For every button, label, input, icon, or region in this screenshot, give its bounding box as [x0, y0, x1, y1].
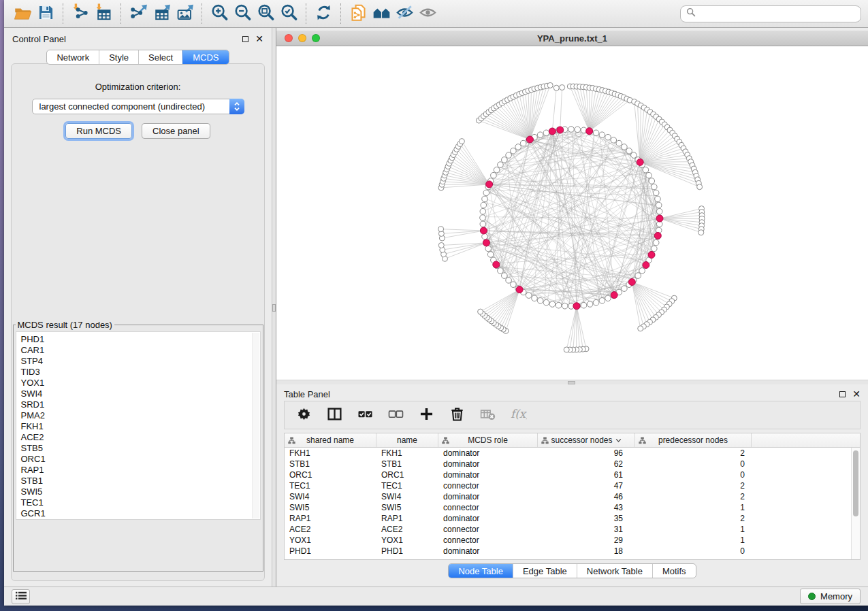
mcds-result-item[interactable]: YOX1: [21, 378, 251, 389]
panel-splitter-grip[interactable]: [272, 304, 276, 312]
show-panels-menu-button[interactable]: [12, 589, 30, 604]
table-row[interactable]: STB1STB1dominator620: [285, 459, 851, 469]
zoom-fit-icon: [257, 3, 275, 24]
select-all-rows-button[interactable]: [355, 405, 375, 425]
import-network-icon: [71, 3, 90, 24]
mcds-result-title: MCDS result (17 nodes): [16, 320, 114, 330]
mcds-result-item[interactable]: SRD1: [21, 399, 251, 410]
minimize-window-button[interactable]: [298, 34, 306, 42]
panel-splitter[interactable]: [272, 28, 276, 587]
tab-select[interactable]: Select: [138, 50, 182, 64]
mcds-result-item[interactable]: TID3: [21, 367, 251, 378]
column-header-shared-name[interactable]: shared name: [285, 433, 376, 447]
table-row[interactable]: ORC1ORC1dominator610: [285, 469, 851, 480]
column-header-name[interactable]: name: [376, 433, 438, 447]
zoom-window-button[interactable]: [312, 34, 320, 42]
table-tabs-bar: Node TableEdge TableNetwork TableMotifs: [284, 560, 861, 582]
hide-selected-button[interactable]: [393, 3, 416, 24]
float-table-panel-button[interactable]: [839, 391, 846, 397]
show-column-panel-button[interactable]: [324, 405, 344, 425]
network-canvas[interactable]: [276, 46, 868, 380]
export-image-button[interactable]: [173, 3, 196, 24]
list-icon: [16, 591, 27, 603]
mcds-result-item[interactable]: CAR1: [21, 345, 251, 356]
zoom-out-button[interactable]: [231, 3, 254, 24]
delete-columns-button[interactable]: [447, 405, 467, 425]
close-mcds-panel-button[interactable]: Close panel: [142, 123, 210, 139]
zoom-fit-button[interactable]: [254, 3, 277, 24]
mcds-result-item[interactable]: SWI4: [21, 389, 251, 399]
open-session-button[interactable]: [11, 3, 34, 24]
column-header-mcds-role[interactable]: MCDS role: [438, 433, 538, 447]
shared-column-icon: [288, 437, 295, 446]
save-session-button[interactable]: [34, 3, 57, 24]
run-mcds-button[interactable]: Run MCDS: [65, 123, 132, 139]
shared-column-icon: [541, 437, 549, 446]
mcds-result-item[interactable]: GCR1: [21, 508, 251, 519]
criterion-dropdown[interactable]: largest connected component (undirected): [32, 99, 244, 114]
table-tab-node-table[interactable]: Node Table: [449, 564, 513, 578]
result-list-scrollbar[interactable]: [252, 333, 259, 518]
table-tab-network-table[interactable]: Network Table: [577, 564, 652, 578]
zoom-in-button[interactable]: [208, 3, 231, 24]
mcds-result-item[interactable]: STB5: [21, 443, 251, 454]
deselect-all-rows-button[interactable]: [385, 405, 406, 425]
tab-style[interactable]: Style: [99, 50, 138, 64]
table-splitter-grip[interactable]: [568, 381, 575, 384]
table-delete-icon: [479, 406, 496, 425]
float-panel-button[interactable]: [242, 36, 248, 42]
mcds-result-item[interactable]: ORC1: [21, 454, 251, 465]
tab-network[interactable]: Network: [47, 50, 99, 64]
table-row[interactable]: PHD1PHD1dominator180: [285, 546, 851, 557]
table-row[interactable]: TEC1TEC1connector472: [285, 480, 851, 491]
import-network-button[interactable]: [69, 3, 92, 24]
tab-mcds[interactable]: MCDS: [182, 50, 228, 64]
mcds-result-item[interactable]: SWI5: [21, 486, 251, 497]
add-column-button[interactable]: [416, 405, 436, 425]
network-window: YPA_prune.txt_1: [276, 28, 868, 380]
search-input[interactable]: [700, 8, 855, 20]
cell-predecessor-nodes: 1: [635, 525, 752, 534]
main-area: Control Panel ✕ NetworkStyleSelectMCDS O…: [4, 28, 868, 587]
table-row[interactable]: RAP1RAP1dominator352: [285, 513, 851, 524]
mcds-result-item[interactable]: STB1: [21, 476, 251, 486]
cell-shared-name: SWI5: [285, 503, 376, 512]
folder-icon: [14, 3, 32, 24]
export-table-button[interactable]: [150, 3, 173, 24]
close-panel-button[interactable]: ✕: [255, 34, 263, 44]
table-header-row: shared namenameMCDS rolesuccessor nodesp…: [285, 433, 860, 448]
table-row[interactable]: SWI5SWI5connector431: [285, 502, 851, 513]
memory-button[interactable]: Memory: [800, 589, 861, 604]
mcds-result-item[interactable]: PHD1: [21, 334, 251, 345]
mcds-result-item[interactable]: FKH1: [21, 421, 251, 432]
table-tab-motifs[interactable]: Motifs: [652, 564, 696, 578]
table-scrollbar[interactable]: [851, 448, 860, 559]
duplicate-network-button[interactable]: [347, 3, 370, 24]
import-table-button[interactable]: [92, 3, 115, 24]
table-row[interactable]: FKH1FKH1dominator962: [285, 448, 851, 459]
table-row[interactable]: YOX1YOX1connector291: [285, 535, 851, 546]
mcds-result-item[interactable]: RAP1: [21, 465, 251, 476]
column-header-predecessor-nodes[interactable]: predecessor nodes: [635, 433, 752, 447]
mcds-result-item[interactable]: TEC1: [21, 497, 251, 508]
first-neighbors-button[interactable]: [370, 3, 393, 24]
table-row[interactable]: SWI4SWI4dominator462: [285, 491, 851, 502]
export-network-button[interactable]: [127, 3, 150, 24]
column-header-successor-nodes[interactable]: successor nodes: [538, 433, 635, 447]
table-tab-edge-table[interactable]: Edge Table: [513, 564, 577, 578]
mcds-result-item[interactable]: PMA2: [21, 410, 251, 421]
shared-column-icon: [639, 437, 646, 446]
close-window-button[interactable]: [285, 34, 293, 42]
close-table-panel-button[interactable]: ✕: [852, 389, 861, 399]
network-graph[interactable]: [276, 46, 868, 380]
table-settings-button[interactable]: [293, 405, 314, 425]
show-all-button[interactable]: [416, 3, 439, 24]
table-scrollbar-thumb[interactable]: [853, 450, 858, 516]
table-row[interactable]: ACE2ACE2connector311: [285, 524, 851, 535]
mcds-result-item[interactable]: STP4: [21, 356, 251, 367]
refresh-layout-button[interactable]: [312, 3, 335, 24]
save-icon: [37, 3, 55, 24]
table-splitter[interactable]: [276, 380, 868, 384]
mcds-result-item[interactable]: ACE2: [21, 432, 251, 443]
zoom-selected-button[interactable]: [277, 3, 300, 24]
